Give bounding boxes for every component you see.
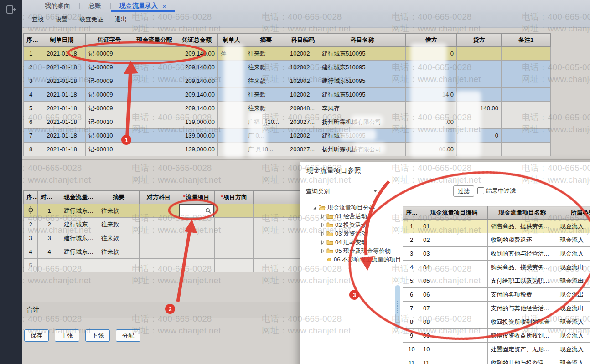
grid-cell[interactable] bbox=[133, 88, 176, 102]
grid-cell[interactable]: 1 bbox=[38, 204, 61, 218]
column-header[interactable]: 科目名称 bbox=[319, 34, 406, 47]
grid-cell[interactable]: 现金流入 bbox=[557, 329, 590, 343]
flow-item-input[interactable] bbox=[179, 204, 214, 218]
grid-cell[interactable]: 9 bbox=[403, 329, 420, 343]
query-category-select[interactable]: 查询类别 bbox=[306, 186, 379, 197]
grid-cell[interactable]: 4 bbox=[38, 245, 61, 259]
grid-cell[interactable]: 140.00 bbox=[457, 102, 502, 115]
grid-cell[interactable] bbox=[215, 231, 254, 245]
column-header[interactable]: 摘要 bbox=[245, 34, 287, 47]
grid-cell[interactable]: 209,140.00 bbox=[176, 61, 218, 74]
column-header[interactable]: 对应序号 bbox=[38, 191, 61, 204]
grid-cell[interactable] bbox=[502, 129, 551, 143]
grid-cell[interactable] bbox=[406, 61, 457, 74]
grid-cell[interactable] bbox=[133, 129, 176, 143]
grid-cell[interactable]: 收到的其他与投资活... bbox=[488, 356, 557, 364]
grid-cell[interactable]: 记-00010 bbox=[86, 129, 133, 143]
grid-cell[interactable]: 建行城东51... bbox=[61, 231, 98, 245]
column-header[interactable]: 凭证字号 bbox=[86, 34, 133, 47]
tab-1[interactable]: 我的桌面 bbox=[36, 0, 79, 12]
grid-cell[interactable] bbox=[133, 115, 176, 129]
grid-cell[interactable] bbox=[502, 143, 551, 156]
grid-cell[interactable]: 记-00009 bbox=[86, 102, 133, 115]
grid-cell[interactable]: 现金流入 bbox=[557, 233, 590, 247]
grid-cell[interactable] bbox=[218, 102, 245, 115]
grid-cell[interactable] bbox=[133, 47, 176, 61]
grid-cell[interactable]: 往来款 bbox=[98, 231, 140, 245]
grid-cell[interactable]: 2021-01-18 bbox=[38, 88, 86, 102]
grid-cell[interactable] bbox=[178, 231, 215, 245]
column-header[interactable]: 序号 bbox=[24, 34, 38, 47]
column-header[interactable]: 备注1 bbox=[502, 34, 551, 47]
grid-cell[interactable]: 14 0 bbox=[406, 88, 457, 102]
grid-cell[interactable] bbox=[133, 143, 176, 156]
grid-cell[interactable]: 建行城东51... bbox=[61, 245, 98, 259]
grid-cell[interactable]: 记-00010 bbox=[86, 115, 133, 129]
grid-cell[interactable] bbox=[61, 259, 98, 272]
grid-cell[interactable]: 139,000.00 bbox=[176, 129, 218, 143]
grid-cell[interactable]: 广 0... bbox=[245, 129, 287, 143]
grid-cell[interactable]: 5 bbox=[24, 259, 38, 272]
grid-cell[interactable] bbox=[218, 115, 245, 129]
grid-cell[interactable]: 6 bbox=[24, 115, 38, 129]
grid-cell[interactable] bbox=[24, 204, 38, 218]
tree-node-child[interactable]: 01 经营活动 bbox=[300, 212, 402, 220]
grid-cell[interactable]: 往来款 bbox=[98, 204, 140, 218]
grid-cell[interactable]: 建行城东510095 bbox=[319, 61, 406, 74]
grid-cell[interactable] bbox=[457, 61, 502, 74]
grid-cell[interactable] bbox=[133, 61, 176, 74]
grid-cell[interactable]: 8 bbox=[24, 143, 38, 156]
tree-node-child[interactable]: 06 不影响现金流量的项目 bbox=[300, 255, 402, 264]
grid-cell[interactable]: 收回投资所收到的现金 bbox=[488, 315, 557, 329]
grid-cell[interactable]: 5 bbox=[403, 274, 420, 288]
grid-cell[interactable]: 收到的税费返还 bbox=[488, 233, 557, 247]
grid-cell[interactable]: 06 bbox=[420, 288, 488, 302]
grid-cell[interactable] bbox=[140, 231, 178, 245]
tree-node-child[interactable]: 03 筹资活动 bbox=[300, 229, 402, 238]
grid-cell[interactable]: 1 bbox=[403, 220, 420, 233]
grid-cell[interactable] bbox=[215, 259, 254, 272]
tab-3[interactable]: 现金流量录入× bbox=[110, 0, 176, 12]
grid-cell[interactable]: 4 bbox=[24, 245, 38, 259]
grid-cell[interactable]: 11 bbox=[420, 356, 488, 364]
grid-cell[interactable] bbox=[140, 204, 178, 218]
grid-cell[interactable]: 102002 bbox=[287, 129, 319, 143]
grid-cell[interactable]: 建行城东51... bbox=[61, 218, 98, 231]
grid-cell[interactable]: 139,000.00 bbox=[176, 115, 218, 129]
grid-cell[interactable]: 209,140.00 bbox=[176, 47, 218, 61]
grid-cell[interactable]: 203027... bbox=[287, 143, 319, 156]
grid-cell[interactable]: 102002 bbox=[287, 47, 319, 61]
column-header[interactable]: 制单人 bbox=[218, 34, 245, 47]
grid-cell[interactable]: 扬州昕霖机械有限公司 bbox=[319, 143, 406, 156]
grid-cell[interactable]: 3 bbox=[24, 231, 38, 245]
grid-cell[interactable]: .00 bbox=[406, 115, 457, 129]
filter-button[interactable]: 过滤 bbox=[453, 185, 474, 197]
grid-cell[interactable] bbox=[254, 259, 300, 272]
grid-cell[interactable]: 销售商品、提供劳务... bbox=[488, 220, 557, 233]
grid-cell[interactable]: 11 bbox=[403, 356, 420, 364]
grid-cell[interactable]: 1 bbox=[24, 47, 38, 61]
grid-cell[interactable] bbox=[218, 129, 245, 143]
grid-cell[interactable]: 现金流入 bbox=[557, 356, 590, 364]
grid-cell[interactable] bbox=[502, 61, 551, 74]
grid-cell[interactable]: 支付给职工以及为职... bbox=[488, 274, 557, 288]
grid-cell[interactable]: 2021-01-18 bbox=[38, 102, 86, 115]
tab-2[interactable]: 总账 bbox=[79, 0, 110, 12]
grid-cell[interactable]: 2021-01-18 bbox=[38, 129, 86, 143]
grid-cell[interactable]: 往来款 bbox=[245, 74, 287, 88]
grid-cell[interactable]: 2021-01-18 bbox=[38, 47, 86, 61]
grid-cell[interactable]: 2 bbox=[24, 218, 38, 231]
grid-cell[interactable] bbox=[178, 204, 215, 218]
grid-cell[interactable] bbox=[215, 218, 254, 231]
grid-cell[interactable]: 09 bbox=[420, 329, 488, 343]
grid-cell[interactable] bbox=[457, 143, 502, 156]
grid-cell[interactable]: 03 bbox=[420, 247, 488, 261]
grid-cell[interactable] bbox=[406, 102, 457, 115]
grid-cell[interactable] bbox=[406, 74, 457, 88]
grid-cell[interactable]: 购买商品、接受劳务... bbox=[488, 261, 557, 274]
column-header[interactable]: 现金流量分配 bbox=[133, 34, 176, 47]
grid-cell[interactable]: 7 bbox=[24, 129, 38, 143]
grid-cell[interactable] bbox=[178, 245, 215, 259]
grid-cell[interactable]: 现金流出 bbox=[557, 302, 590, 315]
grid-cell[interactable] bbox=[457, 115, 502, 129]
